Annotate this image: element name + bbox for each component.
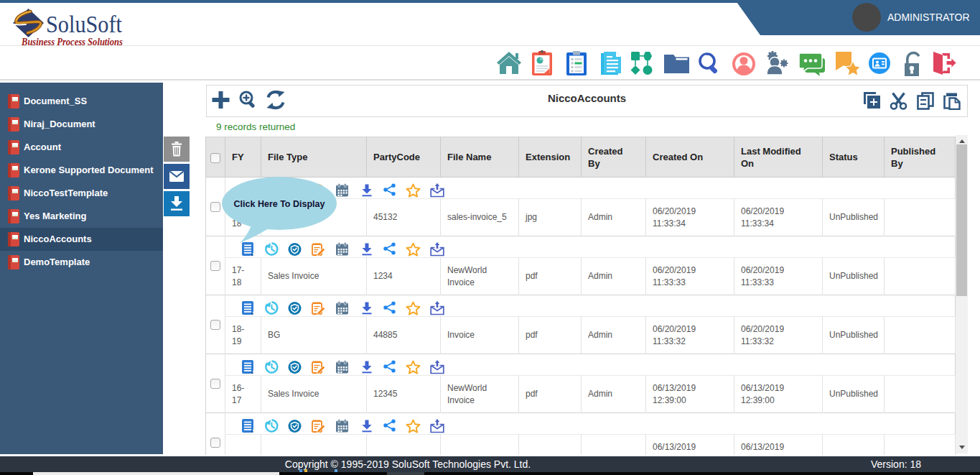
svg-text:Business Process Solutions: Business Process Solutions (21, 35, 123, 47)
svg-text:Click Here To Display: Click Here To Display (234, 199, 325, 209)
svg-text:SoluSoft: SoluSoft (46, 11, 122, 37)
